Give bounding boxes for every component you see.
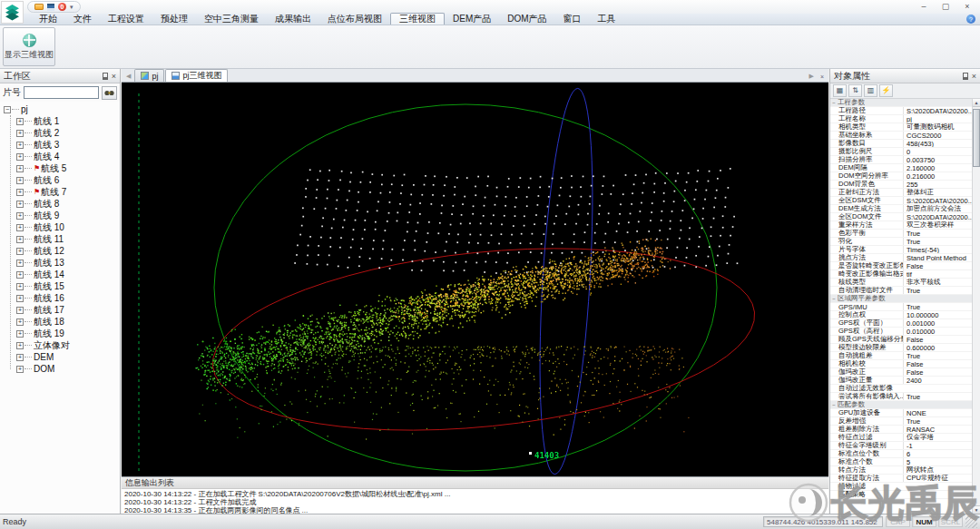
property-row[interactable]: 粗差剔除方法RANSAC: [830, 426, 972, 434]
collapse-icon[interactable]: −: [830, 295, 838, 302]
property-row[interactable]: GPS权（高程）0.010000: [830, 328, 972, 336]
property-value[interactable]: 0: [903, 148, 972, 156]
close-icon[interactable]: ×: [112, 73, 116, 80]
tree-item-12[interactable]: +航线 13: [16, 257, 120, 269]
property-row[interactable]: 自动清理临时文件True: [830, 287, 972, 295]
property-value[interactable]: CGCS2000: [903, 132, 972, 140]
property-row[interactable]: 特征金字塔级别-1: [830, 442, 972, 450]
tree-item-18[interactable]: +航线 19: [16, 328, 120, 339]
expand-icon[interactable]: +: [16, 366, 24, 373]
pin-icon[interactable]: [103, 73, 108, 80]
property-row[interactable]: 工程路径S:\2020DATA\20200...: [830, 107, 972, 115]
qat-dropdown-icon[interactable]: ▾: [70, 4, 74, 11]
tree-item-8[interactable]: +航线 9: [16, 210, 120, 221]
property-row[interactable]: GPS/IMUTrue: [830, 303, 972, 311]
viewport-3d[interactable]: [122, 83, 828, 476]
property-value[interactable]: 0.003750: [903, 156, 972, 164]
tab-scroll-right-icon[interactable]: ▶: [807, 73, 817, 82]
tree-item-3[interactable]: +航线 4: [16, 151, 120, 162]
property-row[interactable]: 尝试将所有影像纳入...True: [830, 393, 972, 401]
property-row[interactable]: 全区DSM文件S:\2020DATA\20200...: [830, 197, 972, 205]
expand-icon[interactable]: +: [16, 118, 24, 125]
property-value[interactable]: 双三次卷积采样: [903, 221, 972, 230]
expand-icon[interactable]: +: [16, 283, 24, 290]
property-value[interactable]: 0.216000: [903, 172, 972, 181]
property-value[interactable]: True: [903, 352, 972, 360]
tree-item-1[interactable]: +航线 2: [16, 127, 120, 139]
menu-tab-10[interactable]: 窗口: [555, 13, 590, 24]
property-value[interactable]: 整体纠正: [903, 189, 972, 197]
expand-icon[interactable]: +: [16, 212, 24, 220]
scroll-up-icon[interactable]: ▲: [973, 99, 980, 107]
property-value[interactable]: 加密点前方交会法: [903, 205, 972, 213]
tree-item-6[interactable]: +⚑航线 7: [16, 186, 120, 198]
property-row[interactable]: 转点方法网状转点: [830, 466, 972, 475]
menu-tab-2[interactable]: 工程设置: [100, 13, 152, 24]
property-row[interactable]: 核线类型非水平核线: [830, 279, 972, 287]
property-value[interactable]: 网状转点: [903, 466, 972, 475]
property-row[interactable]: 相机检校False: [830, 360, 972, 368]
open-folder-icon[interactable]: [34, 4, 44, 10]
property-row[interactable]: 片号字体Times(-54): [830, 246, 972, 254]
property-value[interactable]: NONE: [903, 409, 972, 417]
property-value[interactable]: 5: [903, 458, 972, 466]
property-row[interactable]: 挑点方法Stand Point Method: [830, 254, 972, 262]
expand-icon[interactable]: +: [16, 330, 24, 338]
log-lines[interactable]: 2020-10-30 14:13:22 - 正在加载工程文件 S:\2020DA…: [122, 489, 828, 514]
property-value[interactable]: False: [903, 336, 972, 344]
search-button[interactable]: [102, 86, 117, 100]
property-row[interactable]: DOM背景色255: [830, 181, 972, 189]
property-row[interactable]: DEM间隔2.160000: [830, 164, 972, 172]
lightning-icon[interactable]: ⚡: [879, 84, 893, 97]
property-value[interactable]: True: [903, 287, 972, 295]
tree-item-5[interactable]: +航线 6: [16, 174, 120, 186]
expand-icon[interactable]: +: [16, 177, 24, 184]
filter-input[interactable]: [24, 86, 99, 99]
doc-tab-0[interactable]: pj: [134, 69, 164, 82]
property-row[interactable]: 特征点过滤仅金字塔: [830, 434, 972, 442]
tree-item-10[interactable]: +航线 11: [16, 233, 120, 245]
tree-item-2[interactable]: +航线 3: [16, 139, 120, 151]
expand-icon[interactable]: +: [16, 189, 24, 196]
property-value[interactable]: True: [903, 417, 972, 426]
expand-icon[interactable]: +: [16, 236, 24, 243]
menu-tab-6[interactable]: 点位布局视图: [319, 13, 390, 24]
property-row[interactable]: 正射纠正方法整体纠正: [830, 189, 972, 197]
property-group-0[interactable]: −工程参数: [830, 99, 972, 107]
menu-tab-1[interactable]: 文件: [65, 13, 100, 24]
doc-tab-1[interactable]: pj三维视图: [165, 69, 228, 82]
property-row[interactable]: 扫描分辨率0.003750: [830, 156, 972, 164]
property-value[interactable]: -1: [903, 442, 972, 450]
property-value[interactable]: 255: [903, 181, 972, 189]
property-value[interactable]: Times(-54): [903, 246, 972, 254]
property-row[interactable]: GPU加速设备NONE: [830, 409, 972, 417]
tree-item-14[interactable]: +航线 15: [16, 280, 120, 292]
property-group-1[interactable]: −区域网平差参数: [830, 295, 972, 303]
property-value[interactable]: False: [903, 368, 972, 377]
property-row[interactable]: DEM生成方法加密点前方交会法: [830, 205, 972, 213]
expand-icon[interactable]: +: [16, 295, 24, 302]
property-value[interactable]: True: [903, 393, 972, 401]
expand-icon[interactable]: +: [16, 248, 24, 255]
property-value[interactable]: True: [903, 303, 972, 311]
tab-scroll-left-icon[interactable]: ◀: [123, 73, 133, 82]
property-value[interactable]: CPU常规特征: [903, 475, 972, 483]
property-value[interactable]: True: [903, 238, 972, 246]
property-value[interactable]: False: [903, 262, 972, 270]
menu-tab-11[interactable]: 工具: [590, 13, 624, 24]
property-value[interactable]: pj: [903, 115, 972, 123]
property-value[interactable]: 非水平核线: [903, 279, 972, 287]
menu-tab-4[interactable]: 空中三角测量: [196, 13, 267, 24]
tree-root[interactable]: −pj: [4, 103, 120, 115]
property-value[interactable]: True: [903, 230, 972, 238]
property-value[interactable]: 可量测数码相机: [903, 123, 972, 132]
tree-item-4[interactable]: +⚑航线 5: [16, 162, 120, 174]
close-icon[interactable]: ×: [972, 73, 976, 80]
expand-icon[interactable]: +: [16, 318, 24, 326]
expand-icon[interactable]: +: [16, 142, 24, 149]
property-row[interactable]: 相机类型可量测数码相机: [830, 123, 972, 132]
tree-item-19[interactable]: +立体像对: [16, 339, 120, 351]
property-value[interactable]: 458(453): [903, 140, 972, 148]
property-value[interactable]: Stand Point Method: [903, 254, 972, 262]
property-row[interactable]: 是否旋转畸变改正影像False: [830, 262, 972, 270]
